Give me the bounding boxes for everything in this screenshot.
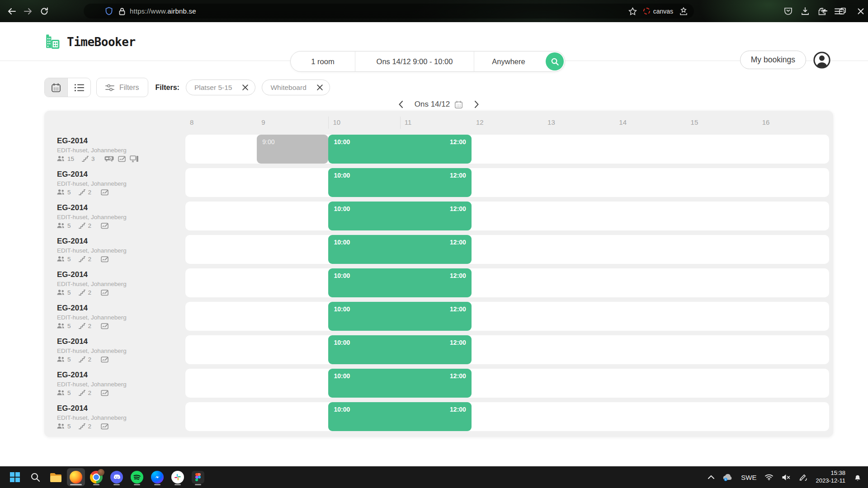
room-info[interactable]: EG-2014 EDIT-huset, Johanneberg 5 2 [44, 369, 185, 398]
room-info[interactable]: EG-2014 EDIT-huset, Johanneberg 5 2 [44, 202, 185, 230]
minimize-icon[interactable] [821, 10, 827, 12]
booking-block[interactable]: 10:0012:00 [328, 268, 471, 297]
booking-block[interactable]: 10:0012:00 [328, 235, 471, 264]
windows-start-icon[interactable] [6, 468, 24, 486]
figma-icon[interactable] [189, 468, 207, 486]
room-info[interactable]: EG-2014 EDIT-huset, Johanneberg 5 2 [44, 235, 185, 264]
room-track[interactable]: 10:0012:00 [185, 235, 829, 264]
room-info[interactable]: EG-2014 EDIT-huset, Johanneberg 5 2 [44, 168, 185, 197]
restore-icon[interactable] [839, 8, 846, 14]
discord-icon[interactable] [108, 468, 126, 486]
search-rooms-field[interactable]: 1 room [291, 57, 355, 66]
capacity-icon [57, 389, 65, 396]
room-track[interactable]: 9:0010:0012:00 [185, 135, 829, 164]
room-info[interactable]: EG-2014 EDIT-huset, Johanneberg 5 2 [44, 402, 185, 431]
booking-start-time: 10:00 [334, 138, 350, 145]
room-capacity: 5 [67, 289, 71, 296]
language-indicator[interactable]: SWE [741, 474, 756, 481]
search-button[interactable] [546, 52, 564, 70]
room-info[interactable]: EG-2014 EDIT-huset, Johanneberg 5 2 [44, 268, 185, 297]
room-track[interactable]: 10:0012:00 [185, 369, 829, 398]
taskbar-apps [0, 468, 207, 486]
booking-block[interactable]: 10:0012:00 [328, 202, 471, 230]
room-track[interactable]: 10:0012:00 [185, 202, 829, 230]
room-info[interactable]: EG-2014 EDIT-huset, Johanneberg 5 2 [44, 302, 185, 331]
notifications-bell-icon[interactable] [854, 473, 862, 482]
prev-day-icon[interactable] [399, 101, 403, 108]
back-icon[interactable] [4, 3, 20, 19]
reload-icon[interactable] [36, 3, 52, 19]
room-track[interactable]: 10:0012:00 [185, 168, 829, 197]
calendar-picker-icon[interactable] [454, 100, 463, 109]
search-icon[interactable] [26, 468, 44, 486]
pen-icon[interactable] [799, 474, 807, 481]
taskbar-clock[interactable]: 15:38 2023-12-11 [816, 469, 845, 485]
room-info[interactable]: EG-2014 EDIT-huset, Johanneberg 15 3 [44, 135, 185, 164]
next-day-icon[interactable] [475, 101, 479, 108]
wifi-icon[interactable] [764, 474, 774, 481]
room-row: EG-2014 EDIT-huset, Johanneberg 5 2 [44, 168, 833, 197]
my-bookings-button[interactable]: My bookings [740, 51, 806, 69]
slack-icon[interactable] [169, 468, 187, 486]
search-location-field[interactable]: Anywhere [474, 57, 543, 66]
download-icon[interactable] [801, 7, 809, 15]
booking-block[interactable]: 10:0012:00 [328, 402, 471, 431]
file-explorer-icon[interactable] [47, 468, 65, 486]
room-amenities [101, 189, 108, 196]
messenger-icon[interactable] [148, 468, 166, 486]
tray-chevron-up-icon[interactable] [708, 475, 714, 479]
canvas-dashed-circle-icon [643, 8, 650, 14]
room-capacity: 5 [67, 323, 71, 329]
remove-filter-icon[interactable] [316, 84, 323, 91]
booking-block[interactable]: 10:0012:00 [328, 335, 471, 364]
filters-button[interactable]: Filters [96, 78, 148, 97]
calendar-view-button[interactable] [45, 78, 68, 97]
firefox-icon[interactable] [67, 468, 85, 486]
floor-stairs-icon [79, 290, 85, 296]
room-amenities [101, 289, 108, 296]
room-name: EG-2014 [57, 337, 185, 346]
close-icon[interactable] [858, 8, 864, 14]
booking-block[interactable]: 10:0012:00 [328, 135, 471, 164]
app-logo[interactable]: TimeBooker [43, 33, 136, 51]
room-meta: 5 2 [57, 356, 185, 363]
room-info[interactable]: EG-2014 EDIT-huset, Johanneberg 5 2 [44, 335, 185, 364]
bookmark-tray-icon[interactable] [679, 7, 688, 15]
room-track[interactable]: 10:0012:00 [185, 268, 829, 297]
list-icon [74, 84, 84, 92]
capacity-icon [57, 423, 65, 429]
booking-block[interactable]: 10:0012:00 [328, 369, 471, 398]
room-location: EDIT-huset, Johanneberg [57, 214, 185, 221]
filter-chip-label: Whiteboard [270, 84, 306, 92]
pocket-icon[interactable] [784, 7, 793, 15]
room-row: EG-2014 EDIT-huset, Johanneberg 5 2 [44, 202, 833, 230]
url-text[interactable]: https://www.airbnb.se [130, 7, 196, 15]
room-capacity: 5 [67, 256, 71, 263]
star-icon[interactable] [628, 7, 637, 15]
chrome-icon[interactable] [87, 468, 105, 486]
volume-muted-icon[interactable] [782, 474, 791, 481]
booking-block[interactable]: 10:0012:00 [328, 302, 471, 331]
remove-filter-icon[interactable] [242, 84, 249, 91]
shield-icon[interactable] [105, 7, 113, 15]
spotify-icon[interactable] [128, 468, 146, 486]
room-name: EG-2014 [57, 304, 185, 313]
onedrive-cloud-icon[interactable] [722, 474, 733, 481]
forward-icon[interactable] [20, 3, 36, 19]
room-floor: 2 [88, 356, 92, 363]
room-track[interactable]: 10:0012:00 [185, 402, 829, 431]
url-bar[interactable]: https://www.airbnb.se canvas [84, 4, 694, 19]
list-view-button[interactable] [68, 78, 90, 97]
room-track[interactable]: 10:0012:00 [185, 335, 829, 364]
view-toggle [44, 78, 91, 97]
room-track[interactable]: 10:0012:00 [185, 302, 829, 331]
search-datetime-field[interactable]: Ons 14/12 9:00 - 10:00 [355, 57, 474, 66]
avatar[interactable] [813, 52, 830, 69]
canvas-extension-icon[interactable]: canvas [643, 8, 673, 15]
booking-block[interactable]: 9:00 [257, 135, 328, 164]
taskbar: SWE 15:38 2023-12-11 [0, 466, 868, 488]
booking-block[interactable]: 10:0012:00 [328, 168, 471, 197]
capacity-icon [57, 256, 65, 262]
capacity-icon [57, 356, 65, 362]
lock-icon[interactable] [119, 7, 125, 15]
